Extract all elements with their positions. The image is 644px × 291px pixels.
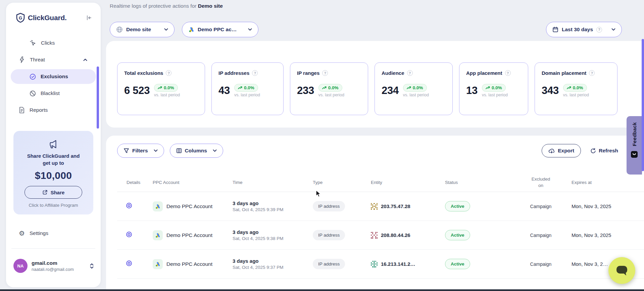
- clickguard-logo-icon: G: [16, 13, 25, 23]
- ppc-account-name: Demo PPC Account: [166, 203, 212, 209]
- ppc-selector-label: Demo PPC ac…: [198, 27, 237, 33]
- expires-at-value: Mon, Nov 3, 2025: [565, 203, 643, 209]
- help-icon[interactable]: ?: [166, 70, 171, 76]
- column-header-entity: Entity: [371, 180, 445, 185]
- column-header-details: Details: [117, 180, 153, 185]
- date-range-selector[interactable]: Last 30 days ?: [546, 22, 622, 37]
- chevron-down-icon: [164, 28, 168, 31]
- help-icon[interactable]: ?: [589, 70, 595, 76]
- site-selector-label: Demo site: [126, 27, 151, 33]
- status-badge: Active: [445, 259, 470, 269]
- column-header-excluded-on: Excluded on: [516, 176, 565, 188]
- promo-title: Share ClickGuard and get up to: [23, 152, 84, 166]
- help-icon[interactable]: ?: [407, 70, 413, 76]
- share-button[interactable]: Share: [24, 186, 82, 199]
- page-subtitle: Realtime logs of protective actions for …: [110, 3, 223, 9]
- globe-icon: [116, 26, 123, 33]
- help-icon[interactable]: ?: [505, 70, 511, 76]
- sidebar: G ClickGuard.: [6, 3, 101, 287]
- promo-amount: $10,000: [19, 170, 87, 181]
- page-scrollbar[interactable]: [642, 39, 644, 171]
- column-header-time: Time: [233, 180, 313, 185]
- bottom-edge-bar: [0, 289, 644, 291]
- date-range-label: Last 30 days: [562, 27, 593, 33]
- columns-button-label: Columns: [185, 148, 207, 154]
- stat-label: Audience: [382, 70, 404, 76]
- ppc-account-name: Demo PPC Account: [166, 261, 212, 267]
- sidebar-item-exclusions[interactable]: Exclusions: [11, 69, 96, 84]
- stat-caption: vs. last period: [154, 93, 180, 97]
- trend-up-icon: [158, 86, 162, 89]
- eye-icon: [126, 260, 132, 266]
- ppc-account-selector[interactable]: Demo PPC ac…: [182, 22, 258, 37]
- chevron-down-icon: [213, 149, 217, 152]
- view-details-button[interactable]: [126, 231, 132, 238]
- feedback-tab[interactable]: Feedback: [627, 116, 642, 175]
- sidebar-item-reports[interactable]: Reports: [11, 103, 96, 117]
- feedback-tab-label: Feedback: [632, 122, 637, 146]
- stat-delta: 0.0%: [244, 85, 254, 90]
- site-selector[interactable]: Demo site: [110, 22, 175, 37]
- status-badge: Active: [445, 230, 470, 240]
- account-name: gmail.com: [32, 260, 74, 266]
- filters-button[interactable]: Filters: [117, 144, 164, 158]
- column-header-status: Status: [445, 180, 516, 185]
- affiliate-promo-card[interactable]: Share ClickGuard and get up to $10,000 S…: [13, 131, 93, 214]
- sidebar-item-label: Settings: [30, 230, 48, 236]
- export-button-label: Export: [558, 148, 574, 154]
- google-ads-icon: [153, 201, 163, 211]
- sidebar-collapse-button[interactable]: [86, 15, 92, 21]
- calendar-icon: [552, 27, 558, 33]
- document-icon: [19, 107, 25, 113]
- eye-icon: [126, 231, 132, 238]
- chevron-down-icon: [154, 149, 158, 152]
- chat-launcher-button[interactable]: [608, 257, 635, 284]
- view-details-button[interactable]: [126, 202, 132, 209]
- stat-caption: vs. last period: [563, 93, 589, 97]
- chevron-down-icon: [611, 28, 615, 31]
- subtitle-text: Realtime logs of protective actions for: [110, 3, 196, 9]
- excluded-on-value: Campaign: [516, 204, 565, 209]
- stat-delta: 0.0%: [573, 85, 583, 90]
- chevron-up-icon: [83, 58, 87, 61]
- trend-up-icon: [567, 86, 571, 89]
- entity-value: 16.213.141.2…: [381, 261, 415, 267]
- export-button[interactable]: Export: [542, 144, 581, 157]
- table-toolbar: Filters Columns: [106, 144, 644, 158]
- refresh-icon: [590, 148, 596, 154]
- sidebar-item-threat[interactable]: Threat: [11, 52, 96, 67]
- ban-icon: [30, 90, 36, 97]
- sidebar-nav: Clicks Threat: [6, 36, 101, 117]
- chat-bubble-icon: [615, 265, 628, 276]
- sidebar-item-clicks[interactable]: Clicks: [11, 36, 96, 50]
- type-badge: IP address: [313, 259, 345, 269]
- gear-icon: ⚙: [19, 230, 25, 237]
- sidebar-item-label: Blacklist: [41, 90, 60, 96]
- entity-value: 208.80.44.26: [381, 232, 410, 238]
- sidebar-item-settings[interactable]: ⚙ Settings: [6, 227, 101, 240]
- stat-label: Total exclusions: [124, 70, 163, 76]
- stat-caption: vs. last period: [403, 93, 429, 97]
- sidebar-header: G ClickGuard.: [6, 3, 101, 23]
- stat-label: App placement: [466, 70, 502, 76]
- entity-value: 203.75.47.28: [381, 203, 410, 209]
- sidebar-scrollbar[interactable]: [97, 66, 99, 129]
- badge-check-icon: [30, 74, 36, 80]
- account-switcher[interactable]: NA gmail.com naatali.ro@gmail.com: [13, 259, 94, 273]
- status-badge: Active: [445, 201, 470, 211]
- sidebar-item-blacklist[interactable]: Blacklist: [11, 86, 96, 101]
- help-icon[interactable]: ?: [322, 70, 328, 76]
- stat-label: IP ranges: [297, 70, 319, 76]
- columns-button[interactable]: Columns: [170, 144, 223, 158]
- trend-up-icon: [486, 86, 490, 89]
- sidebar-item-label: Clicks: [41, 40, 55, 46]
- help-icon[interactable]: ?: [252, 70, 258, 76]
- stat-caption: vs. last period: [482, 93, 508, 97]
- refresh-button[interactable]: Refresh: [590, 148, 618, 154]
- filters-button-label: Filters: [132, 148, 148, 154]
- view-details-button[interactable]: [126, 260, 132, 266]
- table-row: Demo PPC Account 3 days agoSat, Oct 4, 2…: [117, 221, 644, 250]
- time-absolute: Sat, Oct 4, 2025 9:38 PM: [233, 236, 313, 241]
- stat-value: 43: [218, 85, 230, 97]
- column-header-ppc-account: PPC Account: [153, 180, 233, 185]
